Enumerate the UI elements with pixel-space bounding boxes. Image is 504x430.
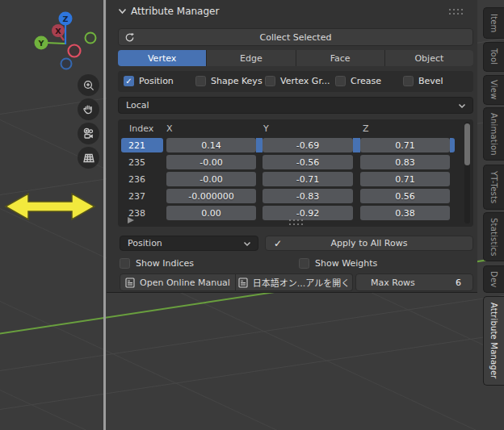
collect-selected-button[interactable]: Collect Selected bbox=[118, 28, 473, 46]
region-resize-handle[interactable] bbox=[103, 0, 106, 430]
max-rows-field[interactable]: Max Rows 6 bbox=[355, 273, 473, 291]
toggle-bevel[interactable]: Bevel bbox=[403, 76, 443, 86]
open-japanese-manual-button[interactable]: 日本語オン...アルを開く bbox=[236, 273, 353, 291]
row-index-cell[interactable]: 237 bbox=[121, 189, 163, 203]
row-index-cell[interactable]: 221 bbox=[121, 138, 163, 152]
table-scrollbar-thumb[interactable] bbox=[464, 123, 470, 165]
sidebar-tab-label: Attribute Manager bbox=[489, 303, 498, 379]
sidebar-tab-tool[interactable]: Tool bbox=[483, 42, 504, 72]
value-field-y[interactable]: -0.92 bbox=[262, 206, 353, 220]
row-selection-highlight bbox=[450, 138, 455, 152]
manual-ja-button-label: 日本語オン...アルを開く bbox=[253, 276, 350, 289]
gizmo-axis-neg-x[interactable] bbox=[69, 45, 81, 57]
checkbox-icon bbox=[120, 258, 130, 269]
sidebar-tab-label: Animation bbox=[489, 113, 498, 156]
gizmo-x-label: X bbox=[55, 27, 61, 35]
sidebar-tab-animation[interactable]: Animation bbox=[483, 107, 504, 161]
sidebar-tab-label: View bbox=[489, 80, 498, 100]
value-field-y[interactable]: -0.71 bbox=[262, 172, 353, 186]
value-field-y[interactable]: -0.56 bbox=[262, 155, 353, 169]
table-row: 2210.14-0.690.71 bbox=[118, 138, 473, 152]
attribute-toggle-box: ✓PositionShape KeysVertex Gr...CreaseBev… bbox=[118, 71, 473, 92]
sidebar-tab-statistics[interactable]: Statistics bbox=[483, 212, 504, 261]
value-field-x[interactable]: -0.00 bbox=[166, 172, 256, 186]
navigation-gizmo[interactable]: Z X Y bbox=[29, 6, 103, 76]
domain-tab-face[interactable]: Face bbox=[296, 50, 384, 66]
camera-icon bbox=[82, 127, 95, 140]
value-field-z[interactable]: 0.56 bbox=[360, 189, 450, 203]
collapse-chevron-icon[interactable] bbox=[118, 8, 127, 15]
value-field-z[interactable]: 0.83 bbox=[360, 155, 450, 169]
value-field-x[interactable]: 0.14 bbox=[166, 138, 256, 152]
toggle-label: Bevel bbox=[418, 76, 443, 86]
move-view-button[interactable] bbox=[78, 98, 99, 120]
toggle-position[interactable]: ✓Position bbox=[124, 76, 174, 86]
domain-tab-object[interactable]: Object bbox=[385, 50, 473, 66]
gizmo-axis-neg-y[interactable] bbox=[86, 33, 96, 44]
domain-tab-edge[interactable]: Edge bbox=[207, 50, 295, 66]
chevron-down-icon bbox=[458, 103, 466, 109]
table-scrollbar[interactable] bbox=[464, 122, 470, 223]
show-weights-label: Show Weights bbox=[315, 258, 377, 269]
apply-all-label: Apply to All Rows bbox=[331, 238, 408, 248]
open-online-manual-button[interactable]: Open Online Manual bbox=[120, 273, 236, 291]
table-row: 235-0.00-0.560.83 bbox=[118, 155, 473, 169]
toggle-vertex-gr-[interactable]: Vertex Gr... bbox=[265, 76, 330, 86]
table-row: 237-0.000000-0.830.56 bbox=[118, 189, 473, 203]
value-field-x[interactable]: -0.000000 bbox=[166, 189, 256, 203]
show-indices-label: Show Indices bbox=[136, 258, 194, 269]
toggle-shape-keys[interactable]: Shape Keys bbox=[195, 76, 262, 86]
value-field-x[interactable]: 0.00 bbox=[166, 206, 256, 220]
apply-to-all-rows-toggle[interactable]: ✓ Apply to All Rows bbox=[265, 236, 473, 251]
value-field-y[interactable]: -0.83 bbox=[262, 189, 353, 203]
value-field-y[interactable]: -0.69 bbox=[262, 138, 353, 152]
list-expand-triangle[interactable] bbox=[128, 217, 134, 223]
col-header-index: Index bbox=[129, 123, 153, 134]
list-resize-grip[interactable] bbox=[289, 219, 303, 225]
domain-tab-bar: VertexEdgeFaceObject bbox=[118, 50, 473, 66]
sidebar-tab-dev[interactable]: Dev bbox=[483, 265, 504, 293]
value-field-x[interactable]: -0.00 bbox=[166, 155, 256, 169]
col-header-y: Y bbox=[263, 123, 269, 134]
domain-tab-vertex[interactable]: Vertex bbox=[118, 50, 206, 66]
toggle-crease[interactable]: Crease bbox=[335, 76, 381, 86]
attribute-table: Index X Y Z 2210.14-0.690.71235-0.00-0.5… bbox=[118, 119, 473, 227]
blender-window: Z X Y Attribute bbox=[0, 0, 504, 430]
zoom-button[interactable] bbox=[78, 74, 99, 96]
panel-drag-grip[interactable] bbox=[449, 9, 463, 15]
resize-cursor-arrow bbox=[4, 191, 96, 222]
gizmo-y-label: Y bbox=[38, 39, 44, 48]
value-field-z[interactable]: 0.71 bbox=[360, 138, 450, 152]
checkbox-icon bbox=[335, 76, 346, 86]
value-field-z[interactable]: 0.71 bbox=[360, 172, 450, 186]
sidebar-tab-label: Item bbox=[489, 14, 498, 33]
panel-title: Attribute Manager bbox=[131, 6, 219, 17]
camera-view-button[interactable] bbox=[78, 123, 99, 144]
show-indices-checkbox[interactable]: Show Indices bbox=[120, 258, 194, 269]
row-index-cell[interactable]: 236 bbox=[121, 172, 163, 186]
row-index-cell[interactable]: 235 bbox=[121, 155, 163, 169]
table-row: 236-0.00-0.710.71 bbox=[118, 172, 473, 186]
checkbox-icon bbox=[195, 76, 206, 86]
gizmo-z-label: Z bbox=[63, 15, 69, 23]
refresh-icon bbox=[124, 32, 135, 43]
value-field-z[interactable]: 0.38 bbox=[360, 206, 450, 220]
max-rows-label: Max Rows bbox=[371, 278, 415, 288]
checkbox-icon bbox=[299, 258, 309, 269]
sidebar-tab-label: Tool bbox=[489, 48, 498, 65]
sidebar-tab-yt-tests[interactable]: YT-Tests bbox=[483, 165, 504, 210]
manual-doc-icon bbox=[238, 278, 248, 288]
space-dropdown[interactable]: Local bbox=[118, 97, 473, 114]
sidebar-tab-label: Dev bbox=[489, 271, 498, 287]
toggle-label: Vertex Gr... bbox=[280, 76, 330, 86]
space-dropdown-value: Local bbox=[126, 100, 149, 111]
attribute-dropdown[interactable]: Position bbox=[120, 236, 258, 251]
grid-floor-icon bbox=[82, 152, 95, 165]
sidebar-tab-attribute-manager[interactable]: Attribute Manager bbox=[483, 296, 504, 386]
checkbox-icon: ✓ bbox=[124, 76, 134, 86]
sidebar-tab-view[interactable]: View bbox=[483, 75, 504, 105]
grid-view-button[interactable] bbox=[78, 147, 99, 169]
gizmo-axis-neg-z[interactable] bbox=[61, 59, 72, 69]
show-weights-checkbox[interactable]: Show Weights bbox=[299, 258, 377, 269]
sidebar-tab-item[interactable]: Item bbox=[483, 7, 504, 39]
